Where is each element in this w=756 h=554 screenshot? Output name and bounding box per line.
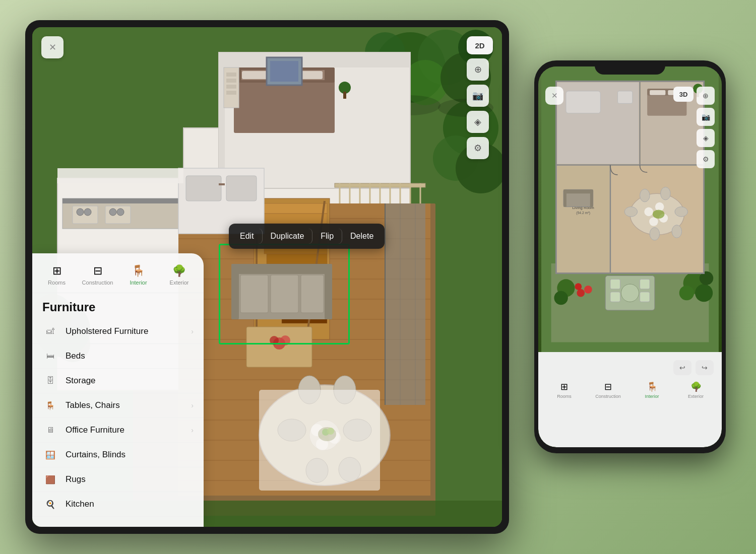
svg-point-150 [644, 207, 653, 217]
svg-rect-89 [240, 275, 268, 313]
phone-device: Living Room (54.2 m²) [534, 60, 726, 453]
context-flip-button[interactable]: Flip [312, 229, 342, 244]
svg-rect-58 [226, 176, 257, 201]
svg-rect-110 [259, 390, 380, 491]
tab-rooms[interactable]: ⊞ Rooms [37, 261, 76, 289]
upholstered-icon: 🛋 [42, 325, 58, 337]
phone-notch [595, 60, 665, 75]
phone-tab-interior[interactable]: 🪑 Interior [630, 379, 674, 401]
chevron-icon-2: › [191, 401, 194, 409]
tab-interior[interactable]: 🪑 Interior [119, 261, 158, 289]
list-item-tables-chairs[interactable]: 🪑 Tables, Chairs › [32, 393, 204, 418]
sidebar-tabs: ⊞ Rooms ⊟ Construction 🪑 Interior 🌳 Exte… [32, 253, 204, 293]
camera-icon-button[interactable]: 📷 [467, 85, 489, 107]
svg-point-149 [650, 228, 660, 240]
svg-point-145 [640, 189, 650, 201]
phone-settings-icon[interactable]: ⚙ [697, 150, 715, 168]
svg-point-154 [653, 210, 664, 219]
svg-point-144 [624, 207, 637, 217]
svg-rect-87 [231, 264, 239, 319]
phone-construction-icon: ⊟ [604, 381, 612, 392]
svg-rect-57 [186, 176, 221, 201]
svg-rect-35 [257, 214, 327, 224]
svg-rect-170 [640, 292, 650, 302]
svg-point-148 [672, 225, 682, 238]
svg-rect-141 [590, 189, 593, 206]
tablet-topbar: 2D ⊕ 📷 ◈ ⚙ [467, 36, 493, 159]
sidebar-section-title: Furniture [32, 293, 204, 319]
interior-icon: 🪑 [132, 264, 145, 278]
svg-point-124 [679, 286, 694, 300]
tab-exterior[interactable]: 🌳 Exterior [160, 261, 199, 289]
svg-rect-67 [226, 79, 236, 83]
furniture-list: 🛋 Upholstered Furniture › 🛏 Beds 🗄 Stora… [32, 319, 204, 517]
layers-icon-button[interactable]: ◈ [467, 111, 489, 133]
svg-point-166 [621, 284, 639, 302]
list-item-rugs[interactable]: 🟫 Rugs [32, 467, 204, 492]
expand-icon-button[interactable]: ⊕ [467, 58, 489, 81]
tablet-close-button[interactable]: ✕ [41, 36, 64, 58]
svg-point-146 [661, 187, 671, 200]
chevron-icon: › [191, 327, 194, 335]
svg-rect-111 [385, 203, 425, 405]
phone-camera-icon[interactable]: 📷 [697, 108, 715, 126]
phone-view-3d-button[interactable]: 3D [673, 87, 694, 102]
office-icon: 🖥 [42, 424, 58, 436]
curtains-icon: 🪟 [42, 449, 58, 461]
svg-text:(54.2 m²): (54.2 m²) [576, 211, 590, 215]
phone-tab-construction[interactable]: ⊟ Construction [586, 379, 630, 401]
phone-expand-icon[interactable]: ⊕ [697, 87, 715, 105]
svg-rect-88 [325, 264, 332, 319]
phone-undo-redo: ↩ ↪ [538, 356, 722, 377]
svg-rect-71 [270, 61, 298, 82]
svg-rect-73 [343, 92, 346, 99]
settings-icon-button[interactable]: ⚙ [467, 137, 489, 159]
svg-point-153 [649, 217, 658, 226]
svg-rect-169 [610, 292, 620, 302]
svg-rect-69 [226, 91, 236, 95]
svg-rect-86 [231, 264, 332, 274]
svg-rect-16 [219, 52, 410, 67]
context-menu: Edit Duplicate Flip Delete [229, 224, 385, 249]
context-edit-button[interactable]: Edit [232, 229, 263, 244]
chevron-icon-3: › [191, 426, 194, 434]
view-2d-button[interactable]: 2D [467, 36, 493, 54]
tablet-device: ✕ 2D ⊕ 📷 ◈ ⚙ Edit Duplicate Flip Delete [25, 20, 509, 534]
svg-rect-90 [271, 275, 298, 313]
phone-tab-rooms[interactable]: ⊞ Rooms [542, 379, 586, 401]
phone-rooms-icon: ⊞ [560, 381, 568, 392]
beds-icon: 🛏 [42, 350, 58, 362]
svg-point-127 [554, 291, 568, 305]
svg-rect-119 [57, 168, 183, 183]
svg-rect-68 [226, 85, 236, 89]
svg-point-129 [584, 286, 592, 294]
svg-point-52 [77, 209, 84, 216]
phone-tab-exterior[interactable]: 🌳 Exterior [674, 379, 718, 401]
list-item-office[interactable]: 🖥 Office Furniture › [32, 418, 204, 443]
phone-layers-icon[interactable]: ◈ [697, 129, 715, 147]
undo-button[interactable]: ↩ [673, 360, 691, 375]
svg-rect-34 [254, 203, 327, 214]
context-duplicate-button[interactable]: Duplicate [263, 229, 313, 244]
tab-construction[interactable]: ⊟ Construction [78, 261, 117, 289]
phone-topbar: ✕ 3D ⊕ 📷 ◈ ⚙ [538, 87, 722, 168]
storage-icon: 🗄 [42, 375, 58, 387]
redo-button[interactable]: ↪ [696, 360, 714, 375]
phone-close-button[interactable]: ✕ [545, 87, 563, 105]
list-item-curtains[interactable]: 🪟 Curtains, Blinds [32, 443, 204, 467]
phone-interior-icon: 🪑 [647, 381, 658, 392]
context-delete-button[interactable]: Delete [342, 229, 382, 244]
phone-screen: Living Room (54.2 m²) [538, 66, 722, 447]
list-item-storage[interactable]: 🗄 Storage [32, 369, 204, 393]
phone-exterior-icon: 🌳 [690, 381, 702, 392]
construction-icon: ⊟ [93, 264, 102, 278]
svg-point-94 [280, 335, 290, 345]
list-item-upholstered[interactable]: 🛋 Upholstered Furniture › [32, 319, 204, 344]
svg-point-54 [109, 209, 116, 216]
svg-rect-135 [557, 166, 609, 272]
svg-rect-168 [640, 279, 650, 289]
list-item-beds[interactable]: 🛏 Beds [32, 344, 204, 369]
svg-rect-139 [563, 189, 593, 193]
exterior-icon: 🌳 [172, 264, 186, 278]
list-item-kitchen[interactable]: 🍳 Kitchen [32, 492, 204, 517]
